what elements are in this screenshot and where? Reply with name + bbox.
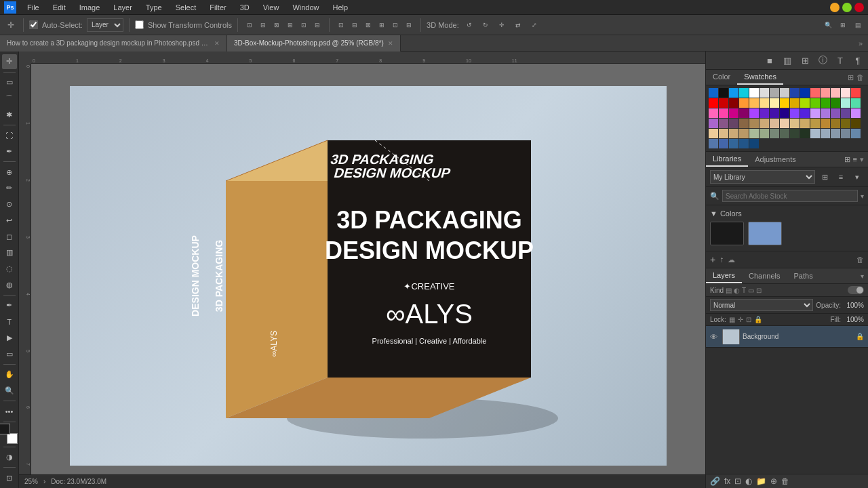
colors-section-header[interactable]: ▼ Colors: [710, 208, 864, 219]
distribute-bottom-btn[interactable]: ⊟: [403, 19, 415, 31]
history-brush-tool[interactable]: ↩: [2, 213, 17, 228]
swatch-46[interactable]: [719, 119, 728, 128]
tab-libraries[interactable]: Libraries: [706, 152, 748, 167]
zoom-tool[interactable]: 🔍: [2, 384, 17, 399]
swatch-7[interactable]: [780, 88, 789, 98]
hand-tool[interactable]: ✋: [2, 367, 17, 382]
filter-shape-icon[interactable]: ▭: [748, 287, 754, 294]
swatch-3[interactable]: [739, 88, 749, 98]
layers-group-icon[interactable]: 📁: [756, 476, 766, 486]
layers-link-icon[interactable]: 🔗: [710, 476, 720, 486]
search-icon[interactable]: 🔍: [822, 19, 834, 31]
swatch-55[interactable]: [810, 119, 820, 128]
lib-add-icon[interactable]: +: [710, 254, 715, 265]
swatch-37[interactable]: [780, 108, 789, 118]
filter-smartobj-icon[interactable]: ⊡: [756, 287, 762, 294]
layers-mask-icon[interactable]: ⊡: [734, 476, 741, 486]
lock-artboard-icon[interactable]: ⊡: [746, 316, 751, 323]
swatch-25[interactable]: [810, 98, 820, 108]
menu-file[interactable]: File: [24, 2, 42, 13]
swatch-18[interactable]: [739, 98, 749, 108]
lib-cloud-icon[interactable]: ☁: [728, 256, 735, 264]
lib-delete-icon[interactable]: 🗑: [856, 256, 864, 264]
3d-roll-btn[interactable]: ↻: [479, 19, 492, 31]
menu-type[interactable]: Type: [143, 2, 165, 13]
swatch-13[interactable]: [841, 88, 850, 98]
lock-pixels-icon[interactable]: ▦: [729, 316, 735, 323]
eyedropper-tool[interactable]: ✒: [2, 144, 17, 159]
minimize-button[interactable]: [830, 3, 840, 12]
swatch-24[interactable]: [800, 98, 810, 108]
swatch-36[interactable]: [770, 108, 779, 118]
swatch-66[interactable]: [770, 129, 779, 138]
swatch-64[interactable]: [749, 129, 759, 138]
panel-char-icon[interactable]: ¶: [850, 53, 865, 68]
menu-image[interactable]: Image: [77, 2, 103, 13]
swatch-49[interactable]: [749, 119, 759, 128]
align-left-btn[interactable]: ⊡: [243, 19, 256, 31]
marquee-tool[interactable]: ▭: [2, 75, 17, 90]
swatch-21[interactable]: [770, 98, 779, 108]
show-transform-checkbox[interactable]: [135, 20, 144, 29]
swatch-53[interactable]: [790, 119, 800, 128]
close-button[interactable]: [854, 3, 864, 12]
filter-type-icon[interactable]: T: [742, 287, 746, 294]
swatch-48[interactable]: [739, 119, 749, 128]
align-center-btn[interactable]: ⊟: [257, 19, 269, 31]
crop-tool[interactable]: ⛶: [2, 128, 17, 143]
distribute-right-btn[interactable]: ⊠: [362, 19, 374, 31]
swatch-54[interactable]: [800, 119, 810, 128]
swatch-33[interactable]: [739, 108, 749, 118]
swatch-62[interactable]: [729, 129, 738, 138]
swatch-69[interactable]: [800, 129, 810, 138]
color-item-1[interactable]: [710, 222, 744, 245]
swatch-79[interactable]: [749, 139, 759, 148]
swatch-6[interactable]: [770, 88, 779, 98]
tab-2[interactable]: 3D-Box-Mockup-Photoshop.psd @ 25% (RGB/8…: [227, 35, 401, 52]
3d-rotate-btn[interactable]: ↺: [463, 19, 475, 31]
quick-mask-btn[interactable]: ◑: [2, 450, 17, 465]
lib-list-icon[interactable]: ≡: [853, 155, 857, 164]
swatch-22[interactable]: [780, 98, 789, 108]
lib-search-input[interactable]: [722, 190, 858, 202]
swatch-52[interactable]: [780, 119, 789, 128]
menu-3d[interactable]: 3D: [237, 2, 252, 13]
swatch-70[interactable]: [810, 129, 820, 138]
swatch-40[interactable]: [810, 108, 820, 118]
panel-type-icon[interactable]: T: [833, 53, 848, 68]
swatch-74[interactable]: [851, 129, 861, 138]
swatch-59[interactable]: [851, 119, 861, 128]
distribute-left-btn[interactable]: ⊡: [335, 19, 347, 31]
quick-select-tool[interactable]: ✱: [2, 107, 17, 122]
lib-grid-btn[interactable]: ⊞: [818, 170, 831, 184]
tab-color[interactable]: Color: [706, 70, 737, 85]
swatch-63[interactable]: [739, 129, 749, 138]
blur-tool[interactable]: ◌: [2, 262, 17, 277]
distribute-top-btn[interactable]: ⊞: [376, 19, 388, 31]
swatch-73[interactable]: [841, 129, 850, 138]
canvas-document[interactable]: 3D PACKAGING DESIGN MOCKUP ✦CREATIVE ∞AL…: [70, 86, 667, 466]
swatch-57[interactable]: [831, 119, 840, 128]
align-right-btn[interactable]: ⊠: [271, 19, 283, 31]
color-swatch-dark[interactable]: [710, 222, 744, 245]
align-bottom-btn[interactable]: ⊟: [311, 19, 323, 31]
tabs-collapse[interactable]: »: [853, 39, 868, 47]
gradient-tool[interactable]: ▥: [2, 245, 17, 260]
menu-view[interactable]: View: [260, 2, 282, 13]
swatch-51[interactable]: [770, 119, 779, 128]
layers-fx-icon[interactable]: fx: [724, 476, 730, 486]
tab-swatches[interactable]: Swatches: [737, 70, 783, 85]
brush-tool[interactable]: ✏: [2, 181, 17, 196]
tab-layers[interactable]: Layers: [706, 268, 742, 283]
swatch-5[interactable]: [760, 88, 769, 98]
swatch-19[interactable]: [749, 98, 759, 108]
layers-delete-icon[interactable]: 🗑: [781, 476, 789, 486]
swatch-39[interactable]: [800, 108, 810, 118]
lib-upload-icon[interactable]: ↑: [719, 255, 724, 264]
swatch-58[interactable]: [841, 119, 850, 128]
auto-select-checkbox[interactable]: [29, 20, 38, 29]
menu-select[interactable]: Select: [173, 2, 199, 13]
swatch-10[interactable]: [810, 88, 820, 98]
swatch-26[interactable]: [821, 98, 830, 108]
swatch-28[interactable]: [841, 98, 850, 108]
